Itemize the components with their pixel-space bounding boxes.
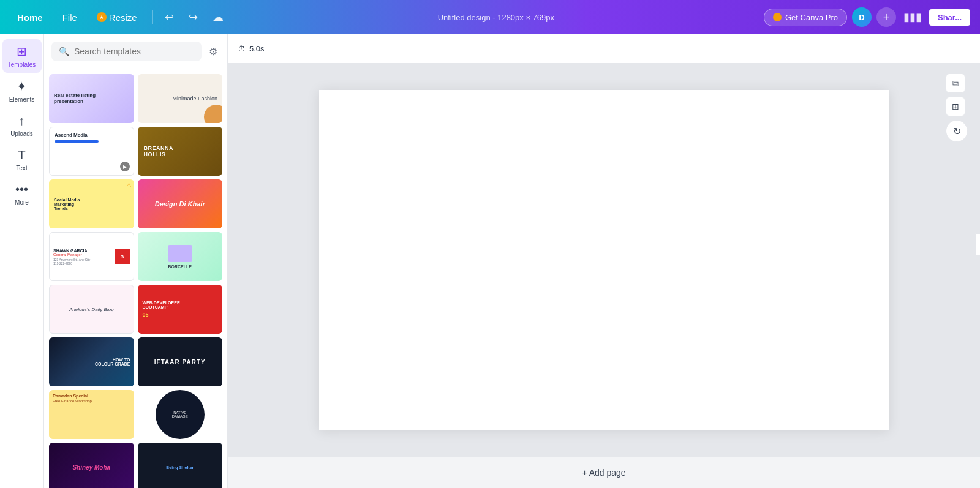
template-number: 05 — [143, 312, 218, 318]
resize-button[interactable]: ★ Resize — [89, 9, 145, 26]
pro-coin-icon — [773, 13, 782, 21]
template-logo: B — [115, 249, 130, 264]
canvas-toolbar: ⏱ 5.0s — [228, 34, 980, 64]
template-card-ascend-media[interactable]: Ascend Media ▶ — [49, 127, 134, 176]
template-subtitle: Free Finance Workshop — [53, 399, 130, 403]
borcelle-rect — [168, 245, 192, 262]
top-navigation: Home File ★ Resize ↩ ↪ ☁ Untitled design… — [0, 0, 980, 34]
template-title: WEB DEVELOPERBOOTCAMP — [143, 301, 218, 309]
redo-button[interactable]: ↪ — [184, 7, 203, 28]
canvas-right-tools: ⧉ ⊞ ↻ — [946, 73, 968, 142]
more-label: More — [15, 199, 29, 206]
home-button[interactable]: Home — [10, 9, 50, 26]
file-menu[interactable]: File — [55, 9, 85, 26]
templates-grid: Real estate listingpresentation Minimade… — [44, 69, 227, 488]
template-title: Ramadan Special — [53, 394, 130, 398]
timer-display: ⏱ 5.0s — [238, 44, 265, 53]
template-title: Social MediaMarketingTrends — [54, 198, 129, 211]
template-card-shiney[interactable]: Shiney Moha — [49, 443, 134, 488]
decorative-circle — [204, 105, 222, 123]
template-title: Shiney Moha — [72, 464, 110, 471]
template-card-breanna[interactable]: BreannaHollis — [138, 127, 223, 176]
search-input[interactable] — [74, 47, 194, 56]
undo-button[interactable]: ↩ — [160, 7, 179, 28]
template-title: Minimade Fashion — [172, 96, 217, 102]
canvas-area: ⏱ 5.0s ⧉ ⊞ ↻ + Add page — [228, 34, 980, 488]
templates-panel: 🔍 ⚙ Real estate listingpresentation Mini… — [44, 34, 228, 488]
template-title: BreannaHollis — [144, 145, 217, 157]
search-icon: 🔍 — [59, 47, 69, 56]
template-card-how-to[interactable]: HOW TOCOLOUR GRADE — [49, 337, 134, 386]
play-icon: ▶ — [120, 162, 130, 171]
search-wrapper: 🔍 — [51, 42, 202, 61]
refresh-button[interactable]: ↻ — [946, 120, 968, 142]
template-card-borcelle[interactable]: BORCELLE — [138, 232, 223, 281]
template-title: IFTAAR PARTY — [154, 359, 206, 366]
template-title: Anelous's Daily Blog — [69, 307, 114, 312]
template-card-circle[interactable]: NATIVEDAMAGE — [156, 390, 205, 439]
template-title: Design Di Khair — [155, 200, 205, 208]
main-layout: ⊞ Templates ✦ Elements ↑ Uploads T Text … — [0, 34, 980, 488]
cloud-save-button[interactable]: ☁ — [208, 7, 228, 28]
borcelle-content: BORCELLE — [168, 245, 192, 269]
template-card-real-estate[interactable]: Real estate listingpresentation — [49, 74, 134, 123]
timer-icon: ⏱ — [238, 44, 246, 53]
blog-content: Anelous's Daily Blog — [69, 307, 114, 312]
analytics-icon[interactable]: ▮▮▮ — [901, 8, 924, 26]
search-bar: 🔍 ⚙ — [44, 34, 227, 69]
template-card-dark[interactable]: Being Shelter — [138, 443, 223, 488]
sidebar-item-text[interactable]: T Text — [2, 143, 42, 176]
share-button[interactable]: Shar... — [929, 9, 970, 26]
sidebar-item-uploads[interactable]: ↑ Uploads — [2, 109, 42, 142]
text-label: Text — [16, 165, 27, 171]
template-card-web-dev[interactable]: WEB DEVELOPERBOOTCAMP 05 — [138, 285, 223, 334]
template-title: Ascend Media — [55, 132, 129, 138]
coin-icon: ★ — [97, 12, 107, 22]
template-card-shawn-garcia[interactable]: SHAWN GARCIA General Manager 123 Anywher… — [49, 232, 134, 281]
nav-right-section: Get Canva Pro D + ▮▮▮ Shar... — [764, 7, 970, 27]
template-card-ramadan[interactable]: Ramadan Special Free Finance Workshop — [49, 390, 134, 439]
get-pro-button[interactable]: Get Canva Pro — [764, 9, 847, 26]
more-icon: ••• — [15, 182, 28, 197]
template-card-minimade[interactable]: Minimade Fashion — [138, 74, 223, 123]
template-card-iftaar[interactable]: IFTAAR PARTY — [138, 337, 223, 386]
sidebar-item-templates[interactable]: ⊞ Templates — [2, 39, 42, 73]
canvas-bottom: + Add page — [228, 456, 980, 488]
template-card-design-dkhair[interactable]: Design Di Khair — [138, 179, 223, 228]
add-page-button[interactable]: + Add page — [570, 463, 638, 482]
uploads-icon: ↑ — [19, 114, 25, 128]
sidebar-item-elements[interactable]: ✦ Elements — [2, 74, 42, 108]
text-icon: T — [18, 148, 25, 162]
sidebar-icons: ⊞ Templates ✦ Elements ↑ Uploads T Text … — [0, 34, 44, 488]
template-title: NATIVEDAMAGE — [172, 411, 188, 418]
template-title: Being Shelter — [166, 465, 194, 470]
template-title: Real estate listingpresentation — [54, 92, 129, 105]
warning-icon: ⚠ — [126, 182, 132, 189]
copy-frame-button[interactable]: ⧉ — [946, 73, 965, 93]
template-card-social-media[interactable]: ⚠ Social MediaMarketingTrends — [49, 179, 134, 228]
elements-icon: ✦ — [17, 79, 27, 94]
sidebar-item-more[interactable]: ••• More — [2, 178, 42, 211]
add-collaborator-button[interactable]: + — [876, 7, 896, 27]
avatar[interactable]: D — [852, 7, 872, 27]
templates-label: Templates — [8, 61, 36, 68]
template-bar — [55, 140, 99, 143]
timer-value: 5.0s — [249, 44, 265, 53]
template-text: SHAWN GARCIA General Manager 123 Anywher… — [53, 249, 113, 265]
canvas-frame[interactable] — [319, 90, 889, 430]
design-title: Untitled design - 1280px × 769px — [233, 13, 759, 22]
borcelle-label: BORCELLE — [168, 265, 192, 269]
canvas-main: ⧉ ⊞ ↻ — [228, 64, 980, 456]
nav-divider — [152, 10, 153, 24]
add-frame-button[interactable]: ⊞ — [946, 97, 965, 116]
template-card-daily-blog[interactable]: Anelous's Daily Blog — [49, 285, 134, 334]
uploads-label: Uploads — [10, 130, 33, 137]
filter-button[interactable]: ⚙ — [206, 43, 220, 60]
template-title: HOW TOCOLOUR GRADE — [95, 358, 130, 366]
elements-label: Elements — [9, 96, 35, 103]
templates-icon: ⊞ — [17, 44, 27, 59]
